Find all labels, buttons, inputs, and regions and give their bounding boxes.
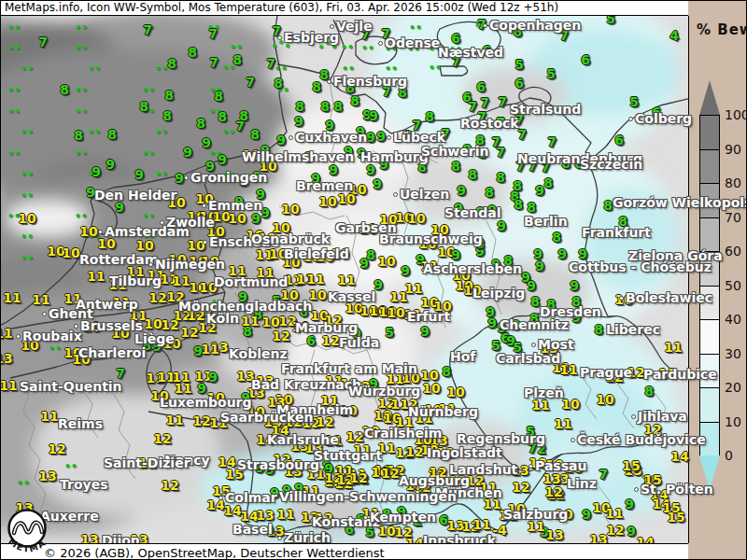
scale-segment — [699, 422, 720, 457]
scale-tick-label: 0 — [725, 449, 733, 462]
scale-tick-label: 80 — [725, 176, 741, 189]
scale-segment — [699, 387, 720, 423]
scale-segment — [699, 286, 720, 321]
scale-tick-label: 20 — [725, 381, 741, 394]
footer-bar: © 2026 (AGB), OpenStreetMap, Deutscher W… — [1, 543, 688, 560]
copyright-text: © 2026 (AGB), OpenStreetMap, Deutscher W… — [44, 546, 385, 560]
scale-tick-label: 40 — [725, 313, 741, 326]
scale-segment — [699, 251, 720, 287]
metmaps-logo: METMAPS — [3, 507, 53, 560]
map-title: MetMaps.info, Icon WW-Symbol, Mos Temper… — [5, 1, 558, 14]
scale-segment — [699, 354, 720, 389]
cloud-cover-legend: % Bew. 1009080706050403020100 — [689, 1, 747, 560]
scale-segment — [699, 183, 720, 218]
scale-tick-label: 60 — [725, 245, 741, 258]
scale-segment — [699, 115, 720, 150]
country-borders — [1, 16, 688, 543]
scale-tick-label: 70 — [725, 211, 741, 224]
scale-segment — [699, 149, 720, 185]
legend-title: % Bew. — [697, 21, 747, 38]
scale-arrow-top — [699, 80, 720, 115]
title-bar: MetMaps.info, Icon WW-Symbol, Mos Temper… — [1, 1, 688, 16]
scale-tick-label: 30 — [725, 347, 741, 360]
scale-tick-label: 90 — [725, 143, 741, 156]
scale-segment — [699, 217, 720, 253]
scale-segment — [699, 319, 720, 355]
metmaps-weather-map-window: % Bew. 1009080706050403020100 7777776767… — [0, 0, 747, 560]
weather-map[interactable] — [1, 16, 690, 543]
scale-tick-label: 100 — [725, 108, 747, 121]
scale-tick-label: 10 — [725, 415, 741, 428]
scale-arrow-bottom — [699, 455, 720, 490]
scale-tick-label: 50 — [725, 279, 741, 292]
